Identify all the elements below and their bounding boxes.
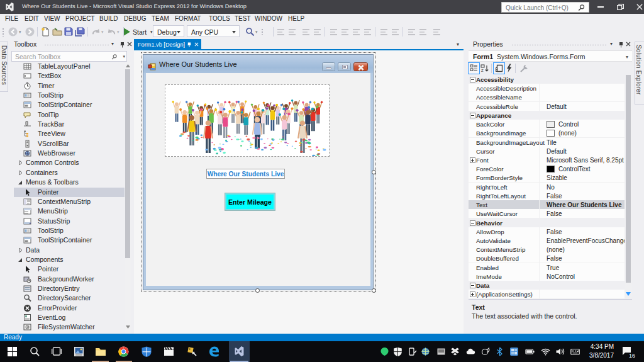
- svg-text:Z: Z: [481, 69, 484, 72]
